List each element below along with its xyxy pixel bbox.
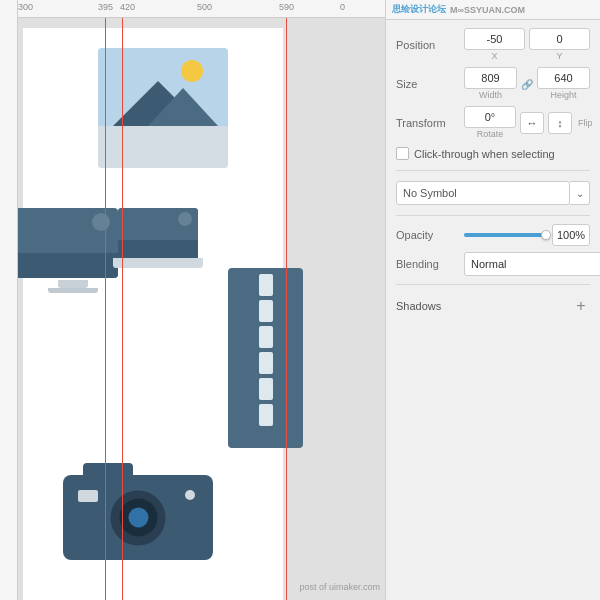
opacity-label: Opacity bbox=[396, 229, 458, 241]
camera-flash bbox=[78, 490, 98, 502]
film-strip-icon bbox=[228, 268, 303, 448]
blending-select[interactable] bbox=[464, 252, 600, 276]
blending-select-wrap: ⌄ bbox=[464, 252, 600, 276]
canvas-content: post of uimaker.com bbox=[18, 18, 385, 600]
size-width-label: Width bbox=[479, 90, 502, 100]
flip-v-button[interactable]: ↕ bbox=[548, 112, 572, 134]
size-width-wrap: Width bbox=[464, 67, 517, 100]
ruler-mark-500: 500 bbox=[197, 0, 212, 12]
opacity-thumb bbox=[541, 230, 551, 240]
size-row: Size Width 🔗 Height bbox=[396, 67, 590, 100]
transform-row: Transform Rotate ↔ ↕ Flip bbox=[396, 106, 590, 139]
film-hole-1 bbox=[259, 274, 273, 296]
film-hole-4 bbox=[259, 352, 273, 374]
rotate-wrap: Rotate bbox=[464, 106, 516, 139]
rotate-label: Rotate bbox=[477, 129, 504, 139]
mountain2-shape bbox=[148, 88, 218, 126]
position-y-wrap: Y bbox=[529, 28, 590, 61]
shadows-section-header: Shadows + bbox=[396, 293, 590, 317]
camera-lens-outer bbox=[111, 490, 166, 545]
size-inputs: Width 🔗 Height bbox=[464, 67, 590, 100]
camera-body bbox=[63, 475, 213, 560]
ruler-mark-0: 0 bbox=[340, 0, 345, 12]
opacity-slider[interactable] bbox=[464, 233, 546, 237]
blending-label: Blending bbox=[396, 258, 458, 270]
symbol-row: No Symbol ⌄ bbox=[396, 179, 590, 207]
right-panel: 思绘设计论坛 M∞SSYUAN.COM Position X Y Size bbox=[385, 0, 600, 600]
position-label: Position bbox=[396, 39, 458, 51]
opacity-value-input[interactable] bbox=[552, 224, 590, 246]
size-height-input[interactable] bbox=[537, 67, 590, 89]
position-inputs: X Y bbox=[464, 28, 590, 61]
logo-text-1: 思绘设计论坛 bbox=[392, 3, 446, 16]
flip-label: Flip bbox=[578, 118, 593, 128]
position-y-input[interactable] bbox=[529, 28, 590, 50]
camera-lens-core bbox=[128, 508, 148, 528]
size-height-label: Height bbox=[550, 90, 576, 100]
symbol-select[interactable]: No Symbol bbox=[396, 181, 570, 205]
transform-inputs: Rotate ↔ ↕ Flip bbox=[464, 106, 593, 139]
separator-2 bbox=[396, 215, 590, 216]
canvas-area: 300 395 420 500 590 0 bbox=[0, 0, 385, 600]
flip-h-button[interactable]: ↔ bbox=[520, 112, 544, 134]
guide-line-2 bbox=[122, 18, 123, 600]
camera-lens-inner bbox=[119, 499, 157, 537]
size-height-wrap: Height bbox=[537, 67, 590, 100]
shadows-add-button[interactable]: + bbox=[572, 297, 590, 315]
symbol-chevron-icon[interactable]: ⌄ bbox=[570, 181, 590, 205]
monitor-base bbox=[48, 288, 98, 293]
laptop-icon bbox=[108, 208, 208, 288]
top-bar: 思绘设计论坛 M∞SSYUAN.COM bbox=[386, 0, 600, 20]
position-x-label: X bbox=[491, 51, 497, 61]
props-panel: Position X Y Size Width 🔗 bbox=[386, 20, 600, 325]
ruler-mark-420: 420 bbox=[120, 0, 135, 12]
laptop-glare bbox=[178, 212, 192, 226]
transform-label: Transform bbox=[396, 117, 458, 129]
separator-3 bbox=[396, 284, 590, 285]
camera-bump bbox=[83, 463, 133, 477]
sun-shape bbox=[181, 60, 203, 82]
monitor-stand bbox=[58, 280, 88, 288]
position-x-input[interactable] bbox=[464, 28, 525, 50]
film-hole-3 bbox=[259, 326, 273, 348]
film-hole-6 bbox=[259, 404, 273, 426]
shadows-label: Shadows bbox=[396, 300, 441, 312]
ruler-top: 300 395 420 500 590 0 bbox=[0, 0, 385, 18]
sky-bg bbox=[98, 48, 228, 126]
separator-1 bbox=[396, 170, 590, 171]
size-width-input[interactable] bbox=[464, 67, 517, 89]
camera-icon bbox=[58, 475, 218, 595]
click-through-checkbox[interactable] bbox=[396, 147, 409, 160]
laptop-screen bbox=[118, 208, 198, 258]
opacity-fill bbox=[464, 233, 546, 237]
click-through-row: Click-through when selecting bbox=[396, 145, 590, 162]
position-y-label: Y bbox=[556, 51, 562, 61]
size-label: Size bbox=[396, 78, 458, 90]
ruler-mark-300: 300 bbox=[18, 0, 33, 12]
laptop-body bbox=[113, 258, 203, 268]
position-x-wrap: X bbox=[464, 28, 525, 61]
position-row: Position X Y bbox=[396, 28, 590, 61]
ruler-left bbox=[0, 0, 18, 600]
ruler-mark-590: 590 bbox=[279, 0, 294, 12]
size-link-icon[interactable]: 🔗 bbox=[521, 67, 533, 100]
monitor-screen bbox=[18, 208, 118, 278]
watermark: post of uimaker.com bbox=[299, 582, 380, 592]
film-hole-5 bbox=[259, 378, 273, 400]
click-through-label: Click-through when selecting bbox=[414, 148, 555, 160]
rotate-input[interactable] bbox=[464, 106, 516, 128]
camera-dot bbox=[185, 490, 195, 500]
ground-shape bbox=[98, 126, 228, 168]
film-hole-2 bbox=[259, 300, 273, 322]
image-icon bbox=[98, 48, 228, 168]
blending-row: Blending ⌄ bbox=[396, 252, 590, 276]
guide-line-3 bbox=[286, 18, 287, 600]
guide-line-1 bbox=[105, 18, 106, 600]
ruler-mark-395: 395 bbox=[98, 0, 113, 12]
logo-text-2: M∞SSYUAN.COM bbox=[450, 5, 525, 15]
opacity-row: Opacity bbox=[396, 224, 590, 246]
